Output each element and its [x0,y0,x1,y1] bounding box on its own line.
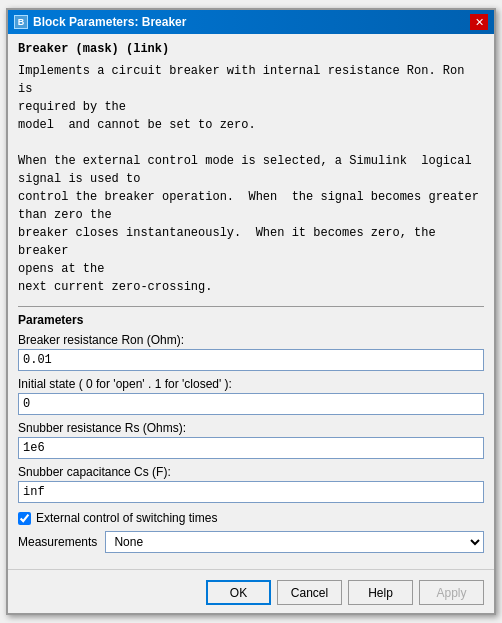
main-content: Breaker (mask) (link) Implements a circu… [8,34,494,561]
initial-state-label: Initial state ( 0 for 'open' . 1 for 'cl… [18,377,484,391]
block-description: Implements a circuit breaker with intern… [18,62,484,296]
block-subtitle: Breaker (mask) (link) [18,42,484,56]
cancel-button[interactable]: Cancel [277,580,342,605]
external-control-label: External control of switching times [36,511,217,525]
measurements-row: Measurements None Branch voltage Branch … [18,531,484,553]
ron-input[interactable] [18,349,484,371]
title-bar: B Block Parameters: Breaker ✕ [8,10,494,34]
external-control-checkbox[interactable] [18,512,31,525]
rs-label: Snubber resistance Rs (Ohms): [18,421,484,435]
divider-1 [18,306,484,307]
button-bar: OK Cancel Help Apply [8,569,494,613]
measurements-label: Measurements [18,535,97,549]
title-bar-left: B Block Parameters: Breaker [14,15,186,29]
ron-label: Breaker resistance Ron (Ohm): [18,333,484,347]
window-title: Block Parameters: Breaker [33,15,186,29]
cs-input[interactable] [18,481,484,503]
apply-button[interactable]: Apply [419,580,484,605]
initial-state-input[interactable] [18,393,484,415]
close-button[interactable]: ✕ [470,14,488,30]
rs-input[interactable] [18,437,484,459]
parameters-section-label: Parameters [18,313,484,327]
help-button[interactable]: Help [348,580,413,605]
ok-button[interactable]: OK [206,580,271,605]
measurements-select[interactable]: None Branch voltage Branch current Branc… [105,531,484,553]
cs-label: Snubber capacitance Cs (F): [18,465,484,479]
window-icon: B [14,15,28,29]
internal-word: internal [263,64,321,78]
external-control-row: External control of switching times [18,511,484,525]
dialog-window: B Block Parameters: Breaker ✕ Breaker (m… [6,8,496,615]
